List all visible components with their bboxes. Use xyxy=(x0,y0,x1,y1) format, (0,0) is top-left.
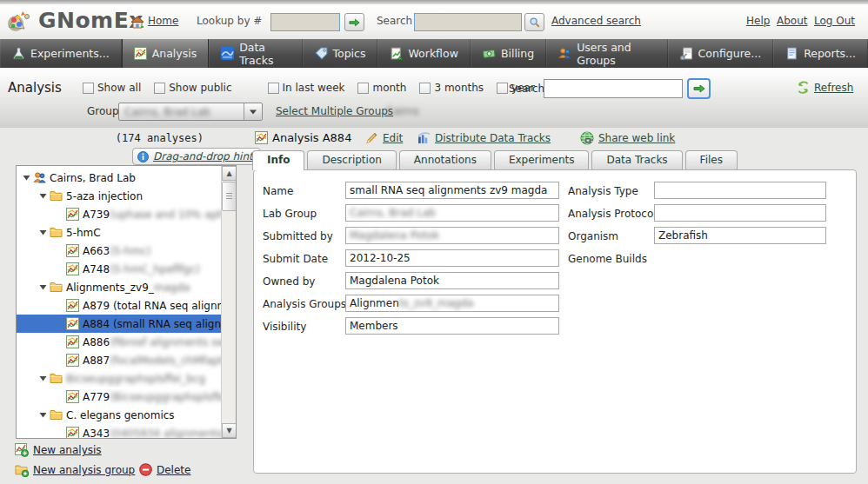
tab-files[interactable]: Files xyxy=(685,150,738,169)
checkbox-box[interactable] xyxy=(154,83,165,94)
share-web-link-button[interactable]: Share web link xyxy=(580,131,675,145)
tree-row[interactable]: A343 (0405934 alignments) xyxy=(17,424,221,439)
checkbox-box[interactable] xyxy=(497,83,508,94)
tree-row[interactable]: Cairns, Brad Lab xyxy=(17,169,221,187)
caret-down-icon[interactable] xyxy=(39,284,47,290)
tree-row[interactable]: 5-aza injection xyxy=(17,187,221,205)
scroll-down-button[interactable]: ▼ xyxy=(222,423,237,438)
tree-row[interactable]: A887 (focalModels_chMfaptransed xyxy=(17,351,221,369)
field-input-owned-by[interactable]: Magdalena Potok xyxy=(345,272,559,289)
nav-item-reports[interactable]: Reports... xyxy=(773,39,868,68)
tree-row[interactable]: Alignments_zv9_magda xyxy=(17,278,221,296)
nav-item-workflow[interactable]: Workflow xyxy=(377,39,470,68)
field-input-analysis-protocol[interactable] xyxy=(654,204,826,222)
topbar-search-button[interactable] xyxy=(524,13,544,31)
caret-down-icon[interactable] xyxy=(39,412,47,418)
tab-info[interactable]: Info xyxy=(252,150,304,170)
drag-drop-hint[interactable]: Drag-and-drop hint xyxy=(132,148,261,165)
field-input-submit-date[interactable]: 2012-10-25 xyxy=(345,249,559,267)
field-input-name[interactable]: small RNA seq alignments zv9 magda xyxy=(345,182,559,199)
tab-data-tracks[interactable]: Data Tracks xyxy=(591,150,682,169)
chevron-down-icon[interactable] xyxy=(244,103,262,120)
checkbox-month[interactable]: month xyxy=(357,82,406,94)
flask-icon xyxy=(12,47,25,60)
checkbox-box[interactable] xyxy=(83,83,94,94)
filter-search-go-button[interactable] xyxy=(687,78,711,99)
field-input-submitted-by[interactable]: Magdalena Potok xyxy=(345,227,559,244)
checkbox-3-months[interactable]: 3 months xyxy=(419,82,484,94)
tree-row-redacted-label: (0405934 alignments) xyxy=(110,428,221,440)
field-input-analysis-type[interactable] xyxy=(654,182,826,199)
folder-icon xyxy=(50,190,63,202)
nav-item-analysis[interactable]: Analysis xyxy=(122,39,210,68)
tree-row-label: A739 xyxy=(83,209,110,221)
nav-item-experiments[interactable]: Experiments... xyxy=(0,39,122,68)
field-value: Members xyxy=(350,320,398,332)
caret-down-icon[interactable] xyxy=(39,375,47,381)
home-link[interactable]: Home xyxy=(148,15,178,27)
help-link[interactable]: Help xyxy=(746,15,770,27)
tree-scrollbar[interactable]: ▲ ▼ xyxy=(221,166,236,438)
field-input-visibility[interactable]: Members xyxy=(345,317,559,335)
checkbox-box[interactable] xyxy=(357,83,369,94)
select-multiple-groups-link[interactable]: Select Multiple Groups xyxy=(276,105,393,117)
tree-row[interactable]: A663 (5-hmc) xyxy=(17,242,221,260)
tab-annotations[interactable]: Annotations xyxy=(399,150,491,169)
lookup-go-button[interactable] xyxy=(344,13,364,31)
field-input-lab-group[interactable]: Cairns, Brad Lab xyxy=(345,204,559,222)
distribute-data-tracks-button[interactable]: Distribute Data Tracks xyxy=(417,131,551,144)
field-input-organism[interactable]: Zebrafish xyxy=(654,227,826,244)
scrollbar-thumb[interactable] xyxy=(222,182,237,211)
nav-item-label: Billing xyxy=(501,47,534,60)
checkbox-in-last-week[interactable]: In last week xyxy=(268,82,345,94)
nav-item-configure[interactable]: Configure... xyxy=(668,39,774,68)
tree-row[interactable]: A884 (small RNA seq alignments xyxy=(17,315,221,333)
tree-row[interactable]: A748 (5-hmC_hpeflfgc) xyxy=(17,260,221,278)
tree-row-label: 5-hmC xyxy=(66,227,101,239)
checkbox-show-public[interactable]: Show public xyxy=(154,82,231,94)
analysis-icon xyxy=(66,262,79,275)
logout-link[interactable]: Log Out xyxy=(814,15,855,27)
caret-down-icon[interactable] xyxy=(39,193,47,199)
refresh-button[interactable]: Refresh xyxy=(797,81,853,94)
tree-row[interactable]: Bicseupggraphsplsffei_bcg xyxy=(17,369,221,388)
field-input-analysis-groups[interactable]: Alignments_zv9_magda xyxy=(345,295,559,312)
group-dropdown[interactable]: Cairns, Brad Lab xyxy=(118,103,263,121)
caret-down-icon[interactable] xyxy=(23,175,30,181)
tree-row-label: Cairns, Brad Lab xyxy=(50,172,136,184)
tab-description[interactable]: Description xyxy=(307,150,396,169)
new-analysis-icon xyxy=(15,443,29,457)
tree-row[interactable]: 5-hmC xyxy=(17,223,221,242)
tree-row[interactable]: A886 (fibrosf alignments swf and xyxy=(17,333,221,351)
new-folder-icon xyxy=(15,463,29,477)
new-analysis-group-button[interactable]: New analysis group xyxy=(15,463,135,477)
topbar-search-input[interactable] xyxy=(414,13,522,31)
tree-row[interactable]: A779 (Bicseupggraphsplsfbe_b xyxy=(17,388,221,406)
edit-button[interactable]: Edit xyxy=(365,131,403,144)
tree-row-redacted-label: (5-hmc) xyxy=(110,245,150,257)
checkbox-show-all[interactable]: Show all xyxy=(83,82,141,94)
nav-item-data-tracks[interactable]: Data Tracks xyxy=(209,39,302,68)
tab-experiments[interactable]: Experiments xyxy=(494,150,590,169)
delete-button[interactable]: Delete xyxy=(139,463,190,476)
tree-row[interactable]: A739 (uphase and 10% aphids.) xyxy=(17,205,221,223)
nav-item-topics[interactable]: Topics xyxy=(303,39,378,68)
app-title: GNomEx xyxy=(38,8,144,33)
delete-label: Delete xyxy=(157,464,190,476)
advanced-search-link[interactable]: Advanced search xyxy=(551,15,641,27)
tree-row[interactable]: A879 (total RNA seq alignments xyxy=(17,296,221,315)
nav-item-users-and-groups[interactable]: Users and Groups xyxy=(546,39,667,68)
tree-row[interactable]: C. elegans genomics xyxy=(17,406,221,424)
nav-item-billing[interactable]: Billing xyxy=(471,39,546,68)
group-label: Group xyxy=(87,105,119,117)
scroll-up-button[interactable]: ▲ xyxy=(222,166,237,181)
lookup-input[interactable] xyxy=(270,13,340,31)
caret-down-icon[interactable] xyxy=(39,229,47,235)
top-bar: GNomEx Home Lookup by # Search xyxy=(0,4,868,39)
filter-search-input[interactable] xyxy=(544,79,683,98)
analysis-icon xyxy=(66,390,79,403)
checkbox-box[interactable] xyxy=(268,83,279,94)
checkbox-box[interactable] xyxy=(419,83,431,94)
about-link[interactable]: About xyxy=(777,15,807,27)
new-analysis-button[interactable]: New analysis xyxy=(15,443,102,457)
